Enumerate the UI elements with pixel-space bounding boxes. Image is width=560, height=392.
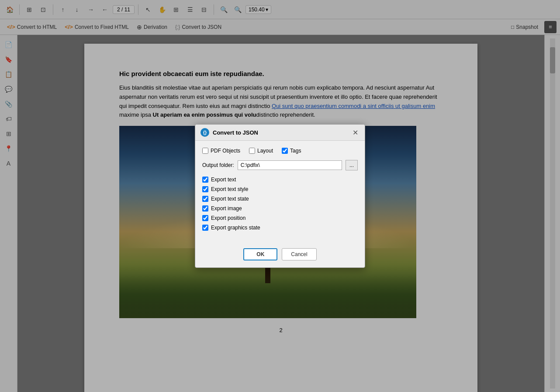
export-text-label: Export text (211, 177, 236, 183)
output-folder-row: Output folder: ... (202, 160, 358, 170)
browse-button[interactable]: ... (346, 160, 358, 170)
export-graphics-state-item[interactable]: Export graphics state (202, 225, 358, 231)
tags-checkbox[interactable] (282, 148, 288, 154)
modal-footer: OK Cancel (195, 245, 365, 267)
modal-header: {} Convert to JSON ✕ (195, 125, 365, 141)
output-folder-label: Output folder: (202, 162, 234, 168)
export-text-style-label: Export text style (211, 186, 248, 192)
layout-label: Layout (257, 148, 273, 154)
export-position-label: Export position (211, 215, 245, 221)
pdf-objects-checkbox[interactable] (202, 148, 208, 154)
export-position-item[interactable]: Export position (202, 215, 358, 221)
export-text-item[interactable]: Export text (202, 177, 358, 183)
modal-overlay: {} Convert to JSON ✕ PDF Objects Layout (0, 0, 560, 392)
pdf-objects-checkbox-item[interactable]: PDF Objects (202, 148, 240, 154)
tags-label: Tags (290, 148, 301, 154)
export-text-style-checkbox[interactable] (202, 186, 208, 192)
modal-icon: {} (200, 128, 209, 137)
export-text-state-checkbox[interactable] (202, 196, 208, 202)
export-image-checkbox[interactable] (202, 205, 208, 212)
layout-checkbox[interactable] (249, 148, 255, 154)
pdf-objects-label: PDF Objects (211, 148, 240, 154)
export-graphics-state-checkbox[interactable] (202, 225, 208, 231)
export-options: Export text Export text style Export tex… (202, 177, 358, 231)
modal-close-button[interactable]: ✕ (351, 128, 360, 137)
export-text-state-label: Export text state (211, 196, 249, 202)
checkbox-row-top: PDF Objects Layout Tags (202, 148, 358, 154)
convert-json-modal: {} Convert to JSON ✕ PDF Objects Layout (195, 124, 365, 268)
layout-checkbox-item[interactable]: Layout (249, 148, 273, 154)
export-image-item[interactable]: Export image (202, 205, 358, 212)
modal-icon-text: {} (203, 130, 207, 135)
export-image-label: Export image (211, 205, 242, 212)
tags-checkbox-item[interactable]: Tags (282, 148, 301, 154)
ok-button[interactable]: OK (243, 248, 277, 260)
export-text-checkbox[interactable] (202, 177, 208, 183)
modal-title: Convert to JSON (213, 129, 258, 136)
export-position-checkbox[interactable] (202, 215, 208, 221)
cancel-button[interactable]: Cancel (282, 248, 316, 260)
export-text-style-item[interactable]: Export text style (202, 186, 358, 192)
modal-title-area: {} Convert to JSON (200, 128, 258, 137)
output-folder-input[interactable] (238, 160, 342, 170)
modal-body: PDF Objects Layout Tags Output folder: .… (195, 141, 365, 245)
export-graphics-state-label: Export graphics state (211, 225, 260, 231)
export-text-state-item[interactable]: Export text state (202, 196, 358, 202)
